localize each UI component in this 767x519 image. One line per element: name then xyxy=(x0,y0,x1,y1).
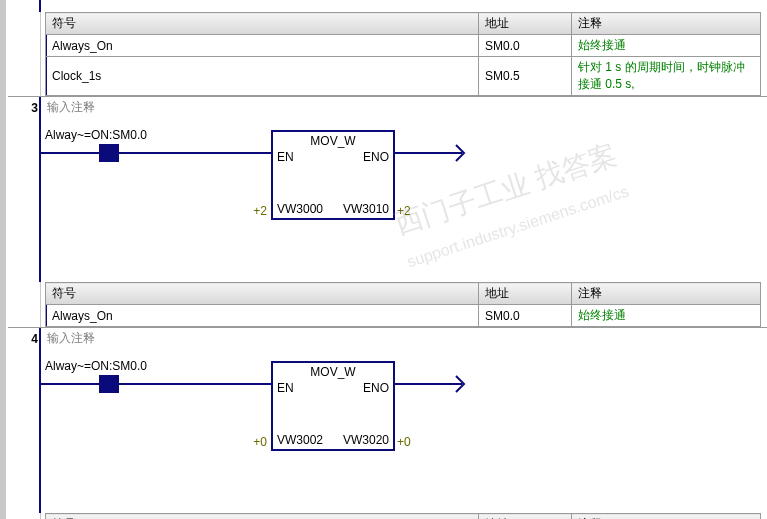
comment-cell: 始终接通 xyxy=(572,305,761,327)
rail-segment xyxy=(393,152,453,154)
address-cell: SM0.0 xyxy=(479,305,572,327)
symbol-table-3: 符号 地址 注释 Always_On SM0.0 始终接通 xyxy=(45,282,761,327)
no-contact[interactable] xyxy=(99,144,119,162)
ladder-diagram[interactable]: Alway~=ON:SM0.0 MOV_W EN ENO VW3000 VW30… xyxy=(39,122,767,282)
symtab-header-address: 地址 xyxy=(479,13,572,35)
symbol-cell: Clock_1s xyxy=(46,57,479,96)
network-number: 3 xyxy=(8,97,41,327)
symtab-header-comment: 注释 xyxy=(572,13,761,35)
symtab-header-address: 地址 xyxy=(479,514,572,520)
network-prev: 符号 地址 注释 Always_On SM0.0 始终接通 Clock_1s xyxy=(8,0,767,97)
rail-segment xyxy=(41,383,101,385)
pin-out-address: VW3020 xyxy=(343,433,389,447)
pin-out-value: +2 xyxy=(397,204,411,218)
block-title: MOV_W xyxy=(273,132,393,148)
pin-en: EN xyxy=(277,150,294,164)
pin-in-address: VW3000 xyxy=(277,202,323,216)
contact-label: Alway~=ON:SM0.0 xyxy=(45,359,147,373)
address-cell: SM0.5 xyxy=(479,57,572,96)
symtab-header-symbol: 符号 xyxy=(46,514,479,520)
symbol-table-prev: 符号 地址 注释 Always_On SM0.0 始终接通 Clock_1s xyxy=(45,12,761,96)
pin-eno: ENO xyxy=(363,381,389,395)
mov-w-block[interactable]: MOV_W EN ENO VW3000 VW3010 xyxy=(271,130,395,220)
symtab-header-comment: 注释 xyxy=(572,283,761,305)
symtab-header-address: 地址 xyxy=(479,283,572,305)
table-row: Clock_1s SM0.5 针对 1 s 的周期时间，时钟脉冲接通 0.5 s… xyxy=(46,57,761,96)
network-4: 4 输入注释 Alway~=ON:SM0.0 MOV_W EN ENO VW30… xyxy=(8,328,767,519)
block-title: MOV_W xyxy=(273,363,393,379)
network-number: 4 xyxy=(8,328,41,519)
network-3: 3 输入注释 Alway~=ON:SM0.0 MOV_W EN ENO VW30… xyxy=(8,97,767,328)
symbol-cell: Always_On xyxy=(46,305,479,327)
pin-in-value: +2 xyxy=(251,204,267,218)
address-cell: SM0.0 xyxy=(479,35,572,57)
pin-in-address: VW3002 xyxy=(277,433,323,447)
mov-w-block[interactable]: MOV_W EN ENO VW3002 VW3020 xyxy=(271,361,395,451)
rail-segment xyxy=(119,383,271,385)
page: 符号 地址 注释 Always_On SM0.0 始终接通 Clock_1s xyxy=(0,0,767,519)
symtab-header-symbol: 符号 xyxy=(46,13,479,35)
pin-eno: ENO xyxy=(363,150,389,164)
symtab-header-comment: 注释 xyxy=(572,514,761,520)
arrow-icon xyxy=(446,373,468,395)
rail-segment xyxy=(41,152,101,154)
pin-en: EN xyxy=(277,381,294,395)
symbol-table-4: 符号 地址 注释 Always_On SM0.0 始终接通 xyxy=(45,513,761,519)
symbol-cell: Always_On xyxy=(46,35,479,57)
network-number xyxy=(8,0,41,96)
comment-cell: 针对 1 s 的周期时间，时钟脉冲接通 0.5 s, xyxy=(572,57,761,96)
pin-out-address: VW3010 xyxy=(343,202,389,216)
table-row: Always_On SM0.0 始终接通 xyxy=(46,305,761,327)
pin-out-value: +0 xyxy=(397,435,411,449)
rail-segment xyxy=(393,383,453,385)
ladder-diagram[interactable]: Alway~=ON:SM0.0 MOV_W EN ENO VW3002 VW30… xyxy=(39,353,767,513)
network-title: 输入注释 xyxy=(39,328,767,353)
table-row: Always_On SM0.0 始终接通 xyxy=(46,35,761,57)
left-gutter xyxy=(0,0,6,519)
arrow-icon xyxy=(446,142,468,164)
pin-in-value: +0 xyxy=(251,435,267,449)
network-title: 输入注释 xyxy=(39,97,767,122)
contact-label: Alway~=ON:SM0.0 xyxy=(45,128,147,142)
rail-segment xyxy=(119,152,271,154)
comment-cell: 始终接通 xyxy=(572,35,761,57)
symtab-header-symbol: 符号 xyxy=(46,283,479,305)
no-contact[interactable] xyxy=(99,375,119,393)
